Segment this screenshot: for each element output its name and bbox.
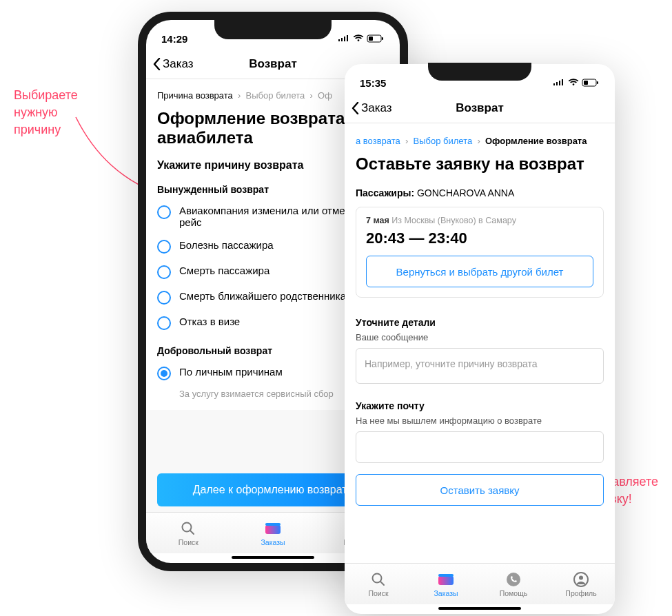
email-heading: Укажите почту	[345, 391, 615, 415]
svg-rect-5	[265, 523, 281, 526]
search-icon	[180, 520, 196, 537]
details-sublabel: Ваше сообщение	[345, 332, 615, 345]
back-label: Заказ	[361, 101, 392, 115]
breadcrumb-step: Выбор билета	[246, 90, 305, 101]
breadcrumb-step: Оф	[318, 90, 332, 101]
ticket-head: 7 мая Из Москвы (Внуково) в Самару	[366, 216, 593, 225]
radio-icon	[157, 316, 171, 330]
message-input[interactable]: Например, уточните причину возврата	[356, 348, 604, 384]
breadcrumb-current: Причина возврата	[157, 90, 233, 101]
phone-icon	[505, 571, 522, 588]
chevron-left-icon	[352, 102, 360, 114]
home-indicator	[438, 607, 521, 610]
reason-label: По личным причинам	[179, 366, 283, 378]
heading-main: Оставьте заявку на возврат	[345, 154, 615, 178]
search-icon	[370, 571, 387, 588]
email-sublabel: На нее мы вышлем информацию о возврате	[345, 415, 615, 429]
radio-icon	[157, 240, 171, 254]
tab-search[interactable]: Поиск	[345, 564, 412, 604]
breadcrumb-current: Оформление возврата	[485, 136, 587, 146]
svg-rect-11	[438, 576, 454, 585]
details-heading: Уточните детали	[345, 307, 615, 332]
reason-label: Смерть пассажира	[179, 265, 269, 276]
svg-rect-9	[584, 81, 588, 85]
svg-rect-2	[369, 37, 373, 41]
battery-icon	[582, 79, 600, 87]
reason-label: Смерть ближайшего родственника	[179, 290, 346, 302]
back-button[interactable]: Заказ	[352, 101, 392, 115]
radio-selected-icon	[157, 367, 171, 380]
breadcrumb-link[interactable]: Выбор билета	[414, 136, 473, 146]
tab-orders[interactable]: Заказы	[231, 513, 316, 553]
change-ticket-button[interactable]: Вернуться и выбрать другой билет	[366, 256, 593, 287]
svg-rect-12	[438, 574, 454, 577]
wallet-icon	[438, 571, 454, 588]
svg-point-15	[579, 575, 583, 579]
nav-header: Заказ Возврат	[345, 93, 615, 123]
battery-icon	[367, 34, 385, 43]
breadcrumb: а возврата › Выбор билета › Оформление в…	[345, 123, 615, 154]
profile-icon	[573, 571, 589, 588]
back-label: Заказ	[163, 57, 194, 71]
tab-orders[interactable]: Заказы	[412, 564, 480, 604]
ticket-times: 20:43 — 23:40	[366, 225, 593, 256]
wifi-icon	[568, 79, 579, 87]
email-input[interactable]	[356, 431, 604, 463]
passengers-value: GONCHAROVA ANNA	[417, 187, 514, 198]
ticket-route: Из Москвы (Внуково) в Самару	[391, 216, 516, 225]
wifi-icon	[353, 34, 364, 43]
phone-screen: 15:35 Заказ Возврат а возврата › Выбор б…	[345, 64, 615, 614]
radio-icon	[157, 291, 171, 305]
signal-icon	[553, 79, 565, 87]
passengers-label: Пассажиры:	[356, 187, 414, 198]
svg-rect-1	[382, 37, 383, 40]
input-placeholder: Например, уточните причину возврата	[365, 358, 538, 369]
passengers-line: Пассажиры: GONCHAROVA ANNA	[345, 178, 615, 204]
reason-label: Отказ в визе	[179, 316, 240, 327]
svg-rect-8	[597, 81, 598, 84]
phone-device-2: 15:35 Заказ Возврат а возврата › Выбор б…	[345, 64, 615, 614]
breadcrumb-link[interactable]: а возврата	[356, 136, 400, 146]
radio-icon	[157, 205, 171, 219]
status-time: 15:35	[360, 77, 386, 89]
tab-label: Поиск	[179, 538, 198, 546]
content-area: а возврата › Выбор билета › Оформление в…	[345, 123, 615, 563]
ticket-card: 7 мая Из Москвы (Внуково) в Самару 20:43…	[356, 207, 604, 298]
tab-label: Заказы	[434, 589, 458, 597]
tab-bar: Поиск Заказы Помощь Профиль	[345, 563, 615, 604]
status-time: 14:29	[161, 33, 187, 45]
ticket-date: 7 мая	[366, 216, 389, 225]
status-icons	[338, 34, 385, 43]
wallet-icon	[265, 520, 281, 537]
svg-point-13	[507, 573, 520, 586]
back-button[interactable]: Заказ	[153, 57, 194, 71]
chevron-left-icon	[153, 58, 161, 70]
tab-profile[interactable]: Профиль	[547, 564, 615, 604]
tab-help[interactable]: Помощь	[480, 564, 547, 604]
home-indicator	[232, 556, 314, 559]
radio-icon	[157, 265, 171, 279]
tab-label: Помощь	[500, 589, 528, 597]
svg-rect-4	[265, 525, 281, 534]
tab-label: Поиск	[368, 589, 388, 597]
annotation-left: Выбираетенужнуюпричину	[14, 87, 78, 139]
tab-label: Профиль	[565, 589, 596, 597]
phone-notch	[428, 63, 531, 81]
reason-label: Болезнь пассажира	[179, 239, 274, 251]
phone-notch	[214, 19, 332, 39]
tab-search[interactable]: Поиск	[146, 513, 231, 553]
signal-icon	[338, 34, 350, 43]
tab-label: Заказы	[261, 538, 285, 546]
submit-request-button[interactable]: Оставить заявку	[356, 474, 604, 506]
status-icons	[553, 79, 600, 87]
